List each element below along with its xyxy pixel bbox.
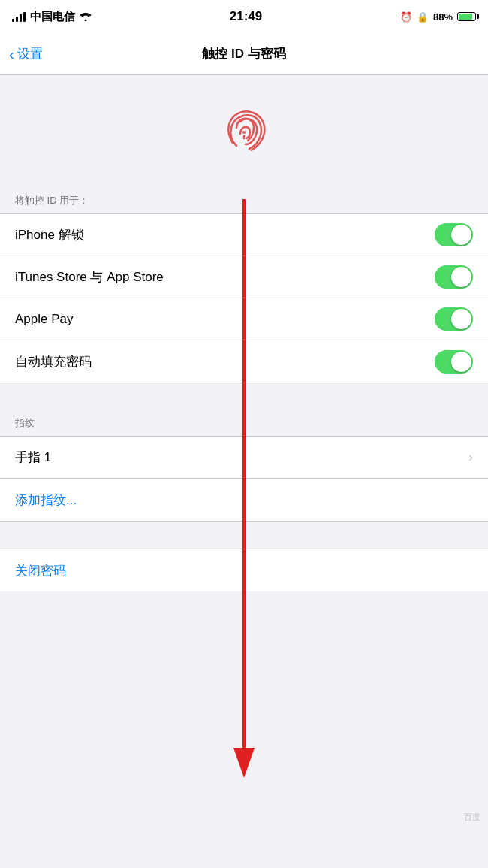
autofill-toggle[interactable] (435, 350, 473, 374)
back-chevron-icon: ‹ (9, 47, 14, 62)
close-passcode-section: 关闭密码 (0, 549, 488, 591)
back-label: 设置 (17, 45, 43, 62)
back-button[interactable]: ‹ 设置 (0, 45, 52, 62)
time-label: 21:49 (230, 9, 262, 24)
battery-percent: 88% (433, 11, 453, 23)
toggle-knob (451, 225, 471, 245)
bottom-gap (0, 522, 488, 549)
signal-icon (12, 11, 26, 22)
toggle-knob-3 (451, 309, 471, 329)
itunes-appstore-row[interactable]: iTunes Store 与 App Store (0, 256, 488, 298)
touch-id-toggles-group: iPhone 解锁 iTunes Store 与 App Store Apple… (0, 213, 488, 383)
wifi-icon (80, 12, 92, 21)
finger1-label: 手指 1 (15, 449, 51, 466)
watermark: 百度 (464, 812, 480, 823)
iphone-unlock-row[interactable]: iPhone 解锁 (0, 214, 488, 256)
page-title: 触控 ID 与密码 (202, 45, 285, 62)
close-passcode-row[interactable]: 关闭密码 (0, 549, 488, 591)
apple-pay-label: Apple Pay (15, 312, 74, 327)
iphone-unlock-toggle[interactable] (435, 223, 473, 246)
status-bar: 中国电信 21:49 ⏰ 🔒 88% (0, 0, 488, 33)
alarm-icon: ⏰ (400, 11, 412, 23)
status-right: ⏰ 🔒 88% (400, 11, 476, 23)
fingerprint-group: 手指 1 › 添加指纹... (0, 436, 488, 522)
autofill-row[interactable]: 自动填充密码 (0, 340, 488, 383)
fingerprint-section-label: 指纹 (0, 410, 488, 436)
group-gap-1 (0, 383, 488, 410)
battery-icon (457, 12, 476, 21)
lock-icon: 🔒 (417, 11, 429, 23)
toggle-knob-2 (451, 267, 471, 287)
carrier-label: 中国电信 (30, 10, 75, 24)
apple-pay-toggle[interactable] (435, 307, 473, 331)
chevron-right-icon: › (468, 449, 473, 465)
iphone-unlock-label: iPhone 解锁 (15, 226, 84, 243)
autofill-label: 自动填充密码 (15, 353, 92, 370)
fingerprint-section (0, 75, 488, 188)
add-fingerprint-label: 添加指纹... (15, 491, 77, 509)
itunes-appstore-toggle[interactable] (435, 265, 473, 289)
add-fingerprint-row[interactable]: 添加指纹... (0, 479, 488, 521)
toggle-knob-4 (451, 352, 471, 372)
status-left: 中国电信 (12, 10, 92, 24)
touch-id-use-label: 将触控 ID 用于： (0, 188, 488, 213)
finger1-row[interactable]: 手指 1 › (0, 437, 488, 479)
itunes-appstore-label: iTunes Store 与 App Store (15, 268, 164, 286)
close-passcode-label: 关闭密码 (15, 562, 66, 579)
fingerprint-icon (218, 105, 270, 158)
nav-bar: ‹ 设置 触控 ID 与密码 (0, 33, 488, 75)
svg-point-0 (242, 131, 246, 134)
apple-pay-row[interactable]: Apple Pay (0, 298, 488, 340)
